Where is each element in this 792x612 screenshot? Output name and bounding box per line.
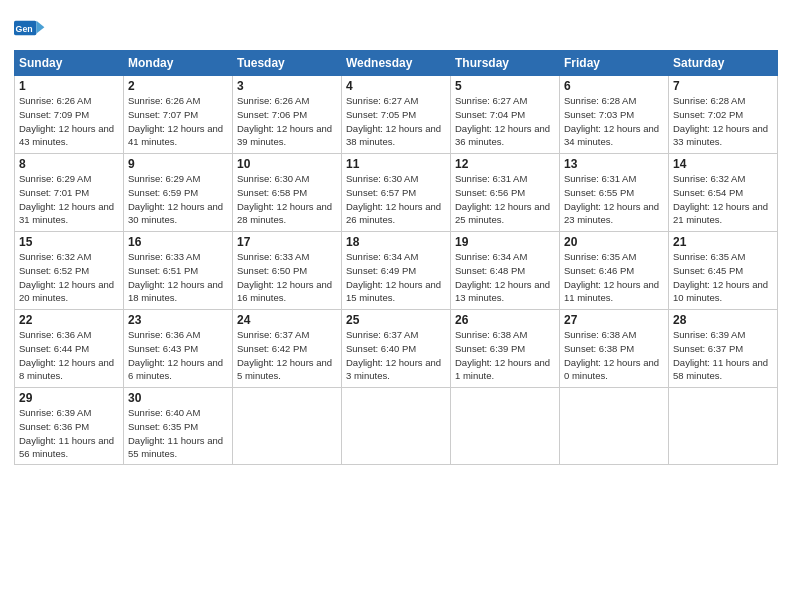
calendar-cell: 16 Sunrise: 6:33 AMSunset: 6:51 PMDaylig…: [124, 232, 233, 310]
day-number: 15: [19, 235, 119, 249]
svg-text:Gen: Gen: [16, 24, 33, 34]
day-number: 5: [455, 79, 555, 93]
day-number: 2: [128, 79, 228, 93]
day-info: Sunrise: 6:31 AMSunset: 6:55 PMDaylight:…: [564, 173, 659, 225]
weekday-header-wednesday: Wednesday: [342, 51, 451, 76]
header: Gen: [14, 10, 778, 42]
calendar-cell: [451, 388, 560, 465]
day-number: 21: [673, 235, 773, 249]
calendar-cell: 1 Sunrise: 6:26 AMSunset: 7:09 PMDayligh…: [15, 76, 124, 154]
day-number: 26: [455, 313, 555, 327]
calendar-cell: [233, 388, 342, 465]
day-info: Sunrise: 6:31 AMSunset: 6:56 PMDaylight:…: [455, 173, 550, 225]
weekday-header-sunday: Sunday: [15, 51, 124, 76]
calendar-cell: 9 Sunrise: 6:29 AMSunset: 6:59 PMDayligh…: [124, 154, 233, 232]
day-number: 16: [128, 235, 228, 249]
day-info: Sunrise: 6:32 AMSunset: 6:52 PMDaylight:…: [19, 251, 114, 303]
day-info: Sunrise: 6:27 AMSunset: 7:05 PMDaylight:…: [346, 95, 441, 147]
calendar-cell: 17 Sunrise: 6:33 AMSunset: 6:50 PMDaylig…: [233, 232, 342, 310]
day-info: Sunrise: 6:36 AMSunset: 6:44 PMDaylight:…: [19, 329, 114, 381]
calendar-cell: 5 Sunrise: 6:27 AMSunset: 7:04 PMDayligh…: [451, 76, 560, 154]
day-number: 17: [237, 235, 337, 249]
day-number: 27: [564, 313, 664, 327]
day-info: Sunrise: 6:38 AMSunset: 6:39 PMDaylight:…: [455, 329, 550, 381]
day-number: 6: [564, 79, 664, 93]
week-row-1: 1 Sunrise: 6:26 AMSunset: 7:09 PMDayligh…: [15, 76, 778, 154]
calendar-cell: 18 Sunrise: 6:34 AMSunset: 6:49 PMDaylig…: [342, 232, 451, 310]
day-info: Sunrise: 6:33 AMSunset: 6:51 PMDaylight:…: [128, 251, 223, 303]
day-info: Sunrise: 6:36 AMSunset: 6:43 PMDaylight:…: [128, 329, 223, 381]
weekday-header-monday: Monday: [124, 51, 233, 76]
calendar-cell: 2 Sunrise: 6:26 AMSunset: 7:07 PMDayligh…: [124, 76, 233, 154]
day-number: 1: [19, 79, 119, 93]
day-number: 29: [19, 391, 119, 405]
calendar-cell: 28 Sunrise: 6:39 AMSunset: 6:37 PMDaylig…: [669, 310, 778, 388]
day-number: 11: [346, 157, 446, 171]
day-info: Sunrise: 6:37 AMSunset: 6:42 PMDaylight:…: [237, 329, 332, 381]
calendar-cell: 4 Sunrise: 6:27 AMSunset: 7:05 PMDayligh…: [342, 76, 451, 154]
calendar: SundayMondayTuesdayWednesdayThursdayFrid…: [14, 50, 778, 465]
calendar-cell: 23 Sunrise: 6:36 AMSunset: 6:43 PMDaylig…: [124, 310, 233, 388]
day-info: Sunrise: 6:40 AMSunset: 6:35 PMDaylight:…: [128, 407, 223, 459]
logo: Gen: [14, 14, 50, 42]
day-number: 14: [673, 157, 773, 171]
day-info: Sunrise: 6:29 AMSunset: 7:01 PMDaylight:…: [19, 173, 114, 225]
day-info: Sunrise: 6:30 AMSunset: 6:58 PMDaylight:…: [237, 173, 332, 225]
week-row-4: 22 Sunrise: 6:36 AMSunset: 6:44 PMDaylig…: [15, 310, 778, 388]
week-row-2: 8 Sunrise: 6:29 AMSunset: 7:01 PMDayligh…: [15, 154, 778, 232]
day-number: 13: [564, 157, 664, 171]
day-info: Sunrise: 6:32 AMSunset: 6:54 PMDaylight:…: [673, 173, 768, 225]
day-info: Sunrise: 6:39 AMSunset: 6:37 PMDaylight:…: [673, 329, 768, 381]
day-info: Sunrise: 6:28 AMSunset: 7:02 PMDaylight:…: [673, 95, 768, 147]
page-container: Gen SundayMondayTuesdayWednesdayThursday…: [0, 0, 792, 475]
calendar-cell: 21 Sunrise: 6:35 AMSunset: 6:45 PMDaylig…: [669, 232, 778, 310]
logo-icon: Gen: [14, 14, 46, 42]
day-number: 28: [673, 313, 773, 327]
svg-marker-2: [36, 21, 44, 34]
calendar-cell: 11 Sunrise: 6:30 AMSunset: 6:57 PMDaylig…: [342, 154, 451, 232]
calendar-cell: 26 Sunrise: 6:38 AMSunset: 6:39 PMDaylig…: [451, 310, 560, 388]
day-number: 9: [128, 157, 228, 171]
week-row-5: 29 Sunrise: 6:39 AMSunset: 6:36 PMDaylig…: [15, 388, 778, 465]
day-number: 25: [346, 313, 446, 327]
calendar-cell: 25 Sunrise: 6:37 AMSunset: 6:40 PMDaylig…: [342, 310, 451, 388]
calendar-cell: [560, 388, 669, 465]
calendar-cell: 7 Sunrise: 6:28 AMSunset: 7:02 PMDayligh…: [669, 76, 778, 154]
day-info: Sunrise: 6:37 AMSunset: 6:40 PMDaylight:…: [346, 329, 441, 381]
day-number: 8: [19, 157, 119, 171]
day-info: Sunrise: 6:30 AMSunset: 6:57 PMDaylight:…: [346, 173, 441, 225]
calendar-cell: 13 Sunrise: 6:31 AMSunset: 6:55 PMDaylig…: [560, 154, 669, 232]
day-info: Sunrise: 6:26 AMSunset: 7:06 PMDaylight:…: [237, 95, 332, 147]
day-number: 22: [19, 313, 119, 327]
day-info: Sunrise: 6:26 AMSunset: 7:09 PMDaylight:…: [19, 95, 114, 147]
day-number: 19: [455, 235, 555, 249]
day-info: Sunrise: 6:28 AMSunset: 7:03 PMDaylight:…: [564, 95, 659, 147]
calendar-cell: 19 Sunrise: 6:34 AMSunset: 6:48 PMDaylig…: [451, 232, 560, 310]
day-number: 18: [346, 235, 446, 249]
calendar-cell: 3 Sunrise: 6:26 AMSunset: 7:06 PMDayligh…: [233, 76, 342, 154]
weekday-header-saturday: Saturday: [669, 51, 778, 76]
day-info: Sunrise: 6:38 AMSunset: 6:38 PMDaylight:…: [564, 329, 659, 381]
calendar-cell: 30 Sunrise: 6:40 AMSunset: 6:35 PMDaylig…: [124, 388, 233, 465]
weekday-header-tuesday: Tuesday: [233, 51, 342, 76]
day-number: 23: [128, 313, 228, 327]
weekday-header-row: SundayMondayTuesdayWednesdayThursdayFrid…: [15, 51, 778, 76]
day-info: Sunrise: 6:29 AMSunset: 6:59 PMDaylight:…: [128, 173, 223, 225]
day-number: 7: [673, 79, 773, 93]
calendar-cell: 20 Sunrise: 6:35 AMSunset: 6:46 PMDaylig…: [560, 232, 669, 310]
calendar-cell: 29 Sunrise: 6:39 AMSunset: 6:36 PMDaylig…: [15, 388, 124, 465]
day-info: Sunrise: 6:34 AMSunset: 6:49 PMDaylight:…: [346, 251, 441, 303]
day-number: 24: [237, 313, 337, 327]
day-number: 20: [564, 235, 664, 249]
day-number: 30: [128, 391, 228, 405]
weekday-header-thursday: Thursday: [451, 51, 560, 76]
calendar-cell: 10 Sunrise: 6:30 AMSunset: 6:58 PMDaylig…: [233, 154, 342, 232]
calendar-cell: 8 Sunrise: 6:29 AMSunset: 7:01 PMDayligh…: [15, 154, 124, 232]
calendar-cell: 15 Sunrise: 6:32 AMSunset: 6:52 PMDaylig…: [15, 232, 124, 310]
calendar-cell: 22 Sunrise: 6:36 AMSunset: 6:44 PMDaylig…: [15, 310, 124, 388]
calendar-cell: 14 Sunrise: 6:32 AMSunset: 6:54 PMDaylig…: [669, 154, 778, 232]
calendar-cell: 6 Sunrise: 6:28 AMSunset: 7:03 PMDayligh…: [560, 76, 669, 154]
day-info: Sunrise: 6:34 AMSunset: 6:48 PMDaylight:…: [455, 251, 550, 303]
weekday-header-friday: Friday: [560, 51, 669, 76]
day-info: Sunrise: 6:26 AMSunset: 7:07 PMDaylight:…: [128, 95, 223, 147]
